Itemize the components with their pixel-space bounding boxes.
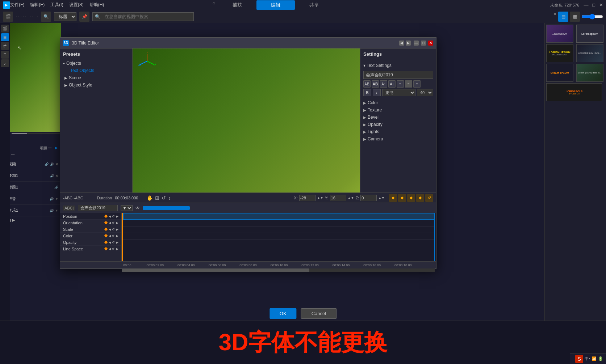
fmt-align-center[interactable]: ≡ — [405, 80, 412, 88]
preset-scene-item[interactable]: ▶ Scene — [63, 74, 129, 81]
svg-text:Y: Y — [146, 52, 149, 54]
track-preset-select[interactable]: ▼ — [121, 205, 133, 211]
lights-label: Lights — [368, 129, 379, 134]
axis-indicator: Y X Z — [138, 52, 156, 70]
dialog-icon: 3D — [63, 40, 69, 46]
preset-object-style-item[interactable]: ▶ Object Style — [63, 81, 129, 89]
ok-button[interactable]: OK — [269, 308, 297, 319]
fmt-italic-btn[interactable]: I — [373, 89, 381, 96]
resolution-info: 未命名, 720*576 — □ ✕ — [550, 2, 603, 8]
track-content-area[interactable] — [122, 213, 436, 261]
fmt-bold-btn[interactable]: B — [363, 89, 371, 96]
keyframe-icon-4[interactable]: ◆ — [416, 194, 424, 202]
y-input[interactable] — [330, 195, 346, 201]
position-diamond — [104, 215, 108, 218]
scrollbar-thumb[interactable] — [122, 268, 309, 272]
reset-tool[interactable]: ↕ — [168, 195, 171, 201]
dialog-maximize[interactable]: □ — [421, 41, 426, 46]
bevel-section[interactable]: ▶ Bevel — [360, 114, 436, 121]
scale-arrows[interactable]: ◀ ↺ ▶ — [109, 228, 118, 231]
duration-value: 00:00:03.000 — [115, 196, 138, 200]
dialog-title: 3D Title Editor — [72, 41, 393, 46]
menu-help[interactable]: 帮助(H) — [89, 2, 104, 8]
home-icon[interactable]: ⌂ — [213, 0, 215, 10]
z-spinners: ▲▼ — [378, 196, 385, 200]
dialog-title-bar: 3D 3D Title Editor ◀ ▶ — □ ✕ — [60, 38, 436, 48]
menu-file[interactable]: 文件(F) — [10, 2, 24, 8]
text-settings-input[interactable] — [363, 71, 433, 79]
camera-section[interactable]: ▶ Camera — [360, 135, 436, 143]
opacity-label: Opacity — [368, 122, 383, 127]
text-settings-section: ▾ Text Settings AB AB A↑ A↓ ≡ ≡ ≡ — [360, 60, 436, 99]
menu-edit[interactable]: 编辑(E) — [30, 2, 45, 8]
linespace-arrows[interactable]: ◀ ↺ ▶ — [109, 247, 118, 251]
left-marker — [122, 213, 123, 261]
ruler-0: 00:00 — [123, 263, 131, 267]
track-divider-1 — [123, 220, 435, 220]
dialog-nav-buttons: ◀ ▶ — [399, 41, 411, 46]
dialog-minimize[interactable]: — — [414, 41, 419, 46]
timeline-scrollbar[interactable] — [122, 268, 435, 272]
texture-section[interactable]: ▶ Texture — [360, 106, 436, 114]
menu-tools[interactable]: 工具(I) — [50, 2, 63, 8]
tab-edit[interactable]: 编辑 — [256, 0, 295, 10]
hand-tool[interactable]: ✋ — [147, 195, 153, 201]
menu-settings[interactable]: 设置(S) — [69, 2, 84, 8]
orientation-label: Orientation — [63, 221, 103, 225]
dialog-close[interactable]: ✕ — [428, 41, 433, 46]
timeline-ruler: 00:00 00:00:02.00 00:00:04.00 00:00:06.0… — [60, 261, 436, 268]
linespace-diamond — [104, 247, 108, 251]
preset-text-objects-item[interactable]: Text Objects — [63, 67, 129, 74]
fmt-bold[interactable]: AB — [372, 80, 379, 88]
preset-objects-item[interactable]: ▾ Objects — [63, 60, 129, 67]
x-input[interactable] — [299, 195, 315, 201]
tab-capture[interactable]: 捕获 — [218, 0, 256, 10]
color-label: Color — [368, 100, 378, 105]
ruler-18: 00:00:18.00 — [394, 263, 412, 267]
track-divider-4 — [123, 239, 435, 240]
tab-share[interactable]: 共享 — [295, 0, 333, 10]
track-divider-2 — [123, 226, 435, 227]
z-input[interactable] — [360, 195, 377, 201]
lights-section[interactable]: ▶ Lights — [360, 128, 436, 135]
scene-arrow: ▶ — [64, 76, 67, 80]
track-divider-3 — [123, 233, 435, 233]
opacity-arrows[interactable]: ◀ ↺ ▶ — [109, 241, 118, 244]
objects-label: Objects — [66, 61, 81, 66]
track-label-column: Position ◀ ↺ ▶ Orientation ◀ ↺ ▶ Scale — [60, 213, 122, 261]
play-button[interactable]: ▶ — [3, 1, 10, 9]
opacity-section[interactable]: ▶ Opacity — [360, 121, 436, 128]
select-tool[interactable]: ⊞ — [155, 195, 159, 201]
z-label: Z: — [355, 196, 359, 200]
text-settings-toggle[interactable]: ▾ Text Settings — [363, 62, 433, 69]
rotate-tool[interactable]: ↺ — [162, 195, 166, 201]
opacity-arrow: ▶ — [363, 123, 366, 127]
color-section[interactable]: ▶ Color — [360, 99, 436, 106]
keyframe-icon-2[interactable]: ◆ — [398, 194, 406, 202]
keyframe-icon-3[interactable]: ◆ — [407, 194, 415, 202]
track-name-input[interactable] — [78, 205, 118, 211]
track-eye-icon[interactable]: 👁 — [135, 206, 140, 211]
font-size-select[interactable]: 40 — [417, 89, 433, 96]
dialog-timeline: -ABC -ABC Duration 00:00:03.000 ✋ ⊞ ↺ ↕ … — [60, 192, 436, 268]
position-arrows[interactable]: ◀ ↺ ▶ — [109, 215, 118, 218]
fmt-size-down[interactable]: A↓ — [388, 80, 396, 88]
fmt-align-right[interactable]: ≡ — [413, 80, 421, 88]
font-family-select[interactable]: 隶书 — [382, 89, 415, 96]
forward-button[interactable]: ▶ — [406, 41, 411, 46]
keyframe-icon-5[interactable]: ↺ — [425, 194, 433, 202]
color-arrows[interactable]: ◀ ↺ ▶ — [109, 234, 118, 238]
back-button[interactable]: ◀ — [399, 41, 404, 46]
fmt-align-left[interactable]: ≡ — [397, 80, 404, 88]
keyframe-icon-1[interactable]: ◆ — [389, 194, 397, 202]
action-icons: ◆ ◆ ◆ ◆ ↺ — [389, 194, 433, 202]
cancel-button[interactable]: Cancel — [301, 308, 337, 319]
preset-tree: ▾ Objects Text Objects ▶ Scene — [63, 60, 129, 89]
fmt-size-up[interactable]: A↑ — [380, 80, 387, 88]
y-label: Y: — [325, 196, 329, 200]
fmt-bold-all[interactable]: AB — [363, 80, 371, 88]
scale-track-label: Scale ◀ ↺ ▶ — [60, 226, 121, 233]
3d-title-editor-dialog: 3D 3D Title Editor ◀ ▶ — □ ✕ Presets ▾ — [60, 37, 436, 269]
ruler-8: 00:00:08.00 — [239, 263, 257, 267]
orientation-arrows[interactable]: ◀ ↺ ▶ — [109, 221, 118, 225]
